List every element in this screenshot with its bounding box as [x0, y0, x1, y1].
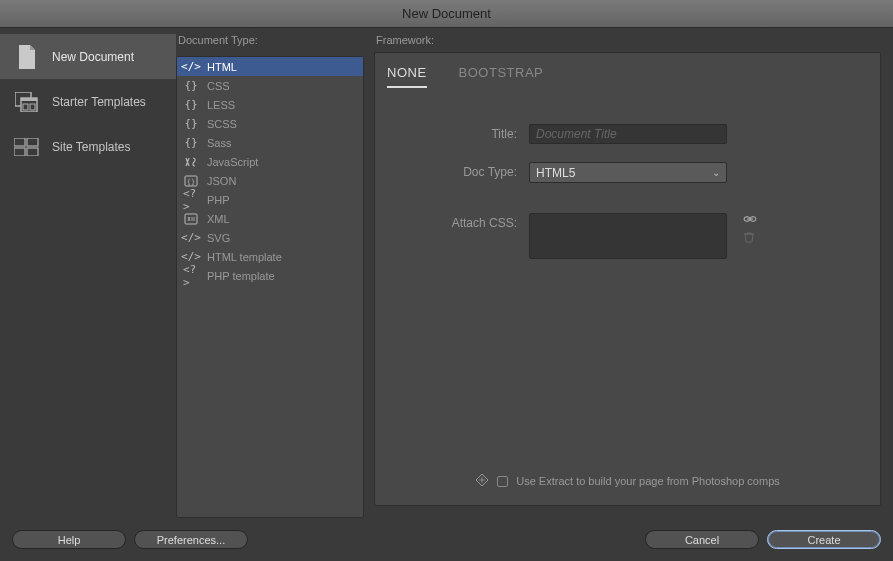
doctype-label: XML [207, 213, 230, 225]
doctype-label: Doc Type: [387, 162, 517, 179]
doctype-svg[interactable]: </> SVG [177, 228, 363, 247]
doctype-list-panel: </> HTML {} CSS {} LESS {} SCSS {} Sas [176, 56, 364, 518]
site-icon [14, 138, 40, 156]
doctype-label: LESS [207, 99, 235, 111]
doctype-label: HTML template [207, 251, 282, 263]
template-icon [14, 92, 40, 112]
framework-tabs: NONE BOOTSTRAP [387, 61, 868, 96]
doctype-php[interactable]: <?> PHP [177, 190, 363, 209]
window-title: New Document [402, 6, 491, 21]
xml-icon [183, 213, 199, 225]
braces-icon: {} [183, 79, 199, 92]
link-css-icon[interactable] [743, 213, 757, 227]
code-icon: </> [183, 250, 199, 263]
extract-icon [475, 473, 489, 489]
doctype-label: Sass [207, 137, 231, 149]
tab-none[interactable]: NONE [387, 65, 427, 88]
tab-bootstrap[interactable]: BOOTSTRAP [459, 65, 544, 88]
category-label: Site Templates [52, 140, 131, 154]
php-icon: <?> [183, 187, 199, 213]
category-new-document[interactable]: New Document [0, 34, 176, 79]
php-icon: <?> [183, 263, 199, 289]
doctype-less[interactable]: {} LESS [177, 95, 363, 114]
doctype-header: Document Type: [176, 28, 368, 52]
json-icon: {} [183, 175, 199, 187]
chevron-down-icon: ⌄ [712, 167, 720, 178]
doctype-php-template[interactable]: <?> PHP template [177, 266, 363, 285]
delete-css-icon[interactable] [743, 231, 757, 246]
attach-css-label: Attach CSS: [387, 213, 517, 230]
doctype-label: JSON [207, 175, 236, 187]
category-label: Starter Templates [52, 95, 146, 109]
svg-rect-11 [185, 214, 197, 224]
doctype-html[interactable]: </> HTML [177, 57, 363, 76]
doctype-sass[interactable]: {} Sass [177, 133, 363, 152]
code-icon: </> [183, 60, 199, 73]
doctype-xml[interactable]: XML [177, 209, 363, 228]
svg-rect-7 [14, 148, 25, 156]
braces-icon: {} [183, 98, 199, 111]
title-label: Title: [387, 124, 517, 141]
category-label: New Document [52, 50, 134, 64]
doctype-javascript[interactable]: JavaScript [177, 152, 363, 171]
doctype-scss[interactable]: {} SCSS [177, 114, 363, 133]
svg-text:{}: {} [187, 178, 195, 186]
svg-rect-8 [27, 148, 38, 156]
doctype-html-template[interactable]: </> HTML template [177, 247, 363, 266]
category-starter-templates[interactable]: Starter Templates [0, 79, 176, 124]
svg-rect-5 [14, 138, 25, 146]
doctype-css[interactable]: {} CSS [177, 76, 363, 95]
document-icon [14, 45, 40, 69]
title-input[interactable] [529, 124, 727, 144]
doctype-label: JavaScript [207, 156, 258, 168]
doctype-label: SCSS [207, 118, 237, 130]
doctype-label: CSS [207, 80, 230, 92]
svg-rect-6 [27, 138, 38, 146]
create-button[interactable]: Create [767, 530, 881, 549]
category-sidebar: New Document Starter Templates Site Temp… [0, 28, 176, 518]
footer: Help Preferences... Cancel Create [0, 518, 893, 561]
braces-icon: {} [183, 117, 199, 130]
cancel-button[interactable]: Cancel [645, 530, 759, 549]
code-icon: </> [183, 231, 199, 244]
extract-checkbox[interactable] [497, 476, 508, 487]
help-button[interactable]: Help [12, 530, 126, 549]
doctype-json[interactable]: {} JSON [177, 171, 363, 190]
titlebar: New Document [0, 0, 893, 28]
braces-icon: {} [183, 136, 199, 149]
svg-rect-2 [21, 98, 37, 101]
doctype-value: HTML5 [536, 166, 575, 180]
doctype-label: PHP [207, 194, 230, 206]
preferences-button[interactable]: Preferences... [134, 530, 248, 549]
doctype-label: HTML [207, 61, 237, 73]
attach-css-list[interactable] [529, 213, 727, 259]
framework-header: Framework: [374, 28, 881, 52]
category-site-templates[interactable]: Site Templates [0, 124, 176, 169]
doctype-label: PHP template [207, 270, 275, 282]
doctype-label: SVG [207, 232, 230, 244]
extract-text: Use Extract to build your page from Phot… [516, 475, 780, 487]
doctype-select[interactable]: HTML5 ⌄ [529, 162, 727, 183]
js-icon [183, 156, 199, 168]
framework-panel: NONE BOOTSTRAP Title: Doc Type: HTML5 ⌄ … [374, 52, 881, 506]
